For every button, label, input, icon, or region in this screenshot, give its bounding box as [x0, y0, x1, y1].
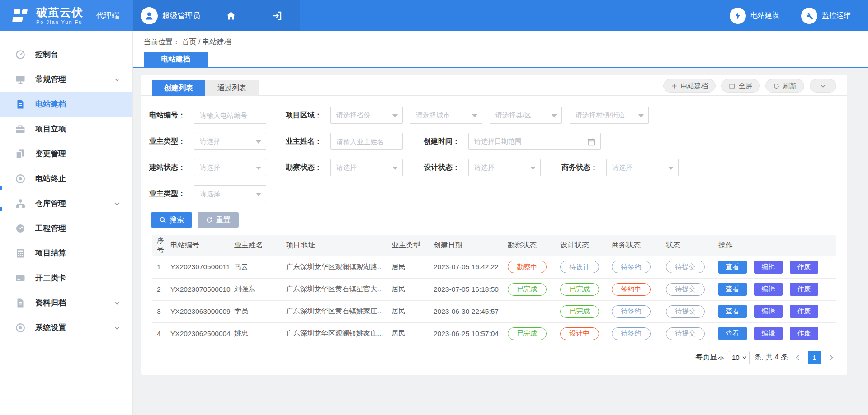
cell-created: 2023-06-30 22:45:57 — [434, 300, 508, 322]
col-header: 业主姓名 — [234, 235, 286, 256]
view-button[interactable]: 查看 — [718, 283, 747, 296]
breadcrumb: 当前位置： 首页 / 电站建档 — [144, 37, 231, 47]
per-page-value: 10 — [732, 354, 740, 361]
owner-type-select[interactable]: 请选择 — [194, 133, 266, 150]
sidebar-item-station-stop[interactable]: 电站终止 — [0, 166, 132, 191]
sidebar-item-warehouse-mgmt[interactable]: 仓库管理 — [0, 191, 132, 216]
chevron-down-icon — [113, 76, 121, 83]
province-placeholder: 请选择省份 — [336, 111, 370, 120]
breadcrumb-path: 首页 / 电站建档 — [182, 38, 231, 46]
search-button[interactable]: 搜索 — [151, 212, 192, 228]
sidebar-item-settlement[interactable]: 项目结算 — [0, 241, 132, 266]
file-icon — [15, 298, 26, 308]
home-icon — [226, 10, 236, 21]
cell-station-code: YX2023070500010 — [170, 278, 234, 300]
edit-button[interactable]: 编辑 — [754, 305, 783, 318]
cell-owner-type: 居民 — [392, 278, 434, 300]
town-select[interactable]: 请选择村镇/街道 — [570, 107, 649, 124]
brand-title: 破茧云伏 — [36, 6, 83, 19]
sidebar: 控制台常规管理电站建档项目立项变更管理电站终止仓库管理工程管理项目结算开二类卡资… — [0, 31, 133, 415]
home-button[interactable] — [208, 0, 254, 31]
tab-create-list[interactable]: 创建列表 — [152, 80, 205, 96]
view-button[interactable]: 查看 — [718, 305, 747, 318]
chevron-down-icon — [638, 114, 644, 117]
county-select[interactable]: 请选择县/区 — [490, 107, 562, 124]
per-page-label: 每页显示 — [695, 353, 724, 362]
design-status-pill: 已完成 — [560, 283, 599, 296]
sidebar-item-change-mgmt[interactable]: 变更管理 — [0, 141, 132, 166]
status-pill: 待提交 — [666, 283, 705, 296]
col-header: 设计状态 — [560, 235, 612, 256]
view-button[interactable]: 查看 — [718, 327, 747, 340]
business-status-pill: 待签约 — [612, 327, 651, 340]
nav-station-build[interactable]: 电站建设 — [730, 8, 779, 24]
edit-button[interactable]: 编辑 — [754, 261, 783, 274]
city-select[interactable]: 请选择城市 — [410, 107, 482, 124]
design-status-select[interactable]: 请选择 — [468, 159, 541, 176]
add-station-button[interactable]: 电站建档 — [663, 79, 716, 93]
row-actions: 查看编辑作废 — [718, 261, 836, 274]
brand-portal-label: 代理端 — [90, 10, 119, 22]
build-status-select[interactable]: 请选择 — [194, 159, 266, 176]
cell-owner-name: 学员 — [234, 300, 286, 322]
town-placeholder: 请选择村镇/街道 — [576, 111, 625, 120]
sidebar-item-station-file[interactable]: 电站建档 — [0, 92, 132, 117]
lightning-icon — [733, 11, 742, 20]
breadcrumb-prefix: 当前位置： — [144, 38, 180, 46]
sidebar-item-type2-card[interactable]: 开二类卡 — [0, 266, 132, 290]
card-icon — [15, 273, 26, 284]
sidebar-item-general-mgmt[interactable]: 常规管理 — [0, 67, 132, 92]
top-header: 破茧云伏 Po Jian Yun Fu 代理端 超级管理员 电站建设监控运维 — [0, 0, 868, 31]
survey-status-select[interactable]: 请选择 — [330, 159, 403, 176]
sidebar-item-engineering[interactable]: 工程管理 — [0, 216, 132, 241]
nav-station-build-label: 电站建设 — [750, 11, 779, 20]
chevron-right-icon — [827, 354, 835, 361]
prev-page-button[interactable] — [793, 351, 803, 364]
tab-passed-list[interactable]: 通过列表 — [205, 80, 259, 96]
nav-monitor-ops[interactable]: 监控运维 — [801, 8, 851, 24]
person-icon — [144, 10, 155, 21]
owner-name-label: 业主姓名： — [272, 133, 322, 150]
sidebar-item-project-init[interactable]: 项目立项 — [0, 117, 132, 141]
page-number-button[interactable]: 1 — [808, 351, 821, 364]
sidebar-item-archive[interactable]: 资料归档 — [0, 290, 132, 315]
sidebar-item-console[interactable]: 控制台 — [0, 42, 132, 67]
owner-name-input[interactable] — [330, 133, 403, 150]
void-button[interactable]: 作废 — [790, 327, 818, 340]
cell-created: 2023-07-05 16:42:22 — [434, 256, 508, 278]
page-tab-station-file[interactable]: 电站建档 — [144, 52, 208, 67]
logout-button[interactable] — [254, 0, 300, 31]
cell-owner-name: 刘强东 — [234, 278, 286, 300]
refresh-button[interactable]: 刷新 — [765, 79, 804, 93]
reset-button[interactable]: 重置 — [198, 212, 239, 228]
per-page-select[interactable]: 10 — [729, 351, 750, 364]
table-row: 3YX2023063000009学员广东深圳龙华区黄石镇姚家庄...居民2023… — [152, 300, 836, 322]
sidebar-item-label: 仓库管理 — [35, 198, 66, 209]
edit-button[interactable]: 编辑 — [754, 283, 783, 296]
next-page-button[interactable] — [826, 351, 836, 364]
sidebar-scroll-tick — [0, 186, 2, 190]
user-menu[interactable]: 超级管理员 — [133, 0, 208, 31]
business-status-select[interactable]: 请选择 — [606, 159, 679, 176]
cell-owner-type: 居民 — [392, 256, 434, 278]
wrench-icon — [805, 11, 814, 20]
business-status-placeholder: 请选择 — [612, 163, 632, 172]
cell-created: 2023-06-25 10:57:04 — [434, 322, 508, 345]
sidebar-item-label: 项目立项 — [35, 124, 66, 134]
brand: 破茧云伏 Po Jian Yun Fu 代理端 — [0, 0, 133, 31]
col-header: 业主类型 — [392, 235, 434, 256]
void-button[interactable]: 作废 — [790, 305, 818, 318]
owner-type-2-select[interactable]: 请选择 — [194, 185, 266, 202]
sidebar-item-system-settings[interactable]: 系统设置 — [0, 315, 132, 340]
void-button[interactable]: 作废 — [790, 261, 818, 274]
edit-button[interactable]: 编辑 — [754, 327, 783, 340]
collapse-button[interactable] — [810, 79, 836, 93]
void-button[interactable]: 作废 — [790, 283, 818, 296]
create-time-daterange[interactable]: 请选择日期范围 — [468, 133, 601, 150]
view-button[interactable]: 查看 — [718, 261, 747, 274]
station-no-input[interactable] — [194, 107, 266, 124]
chevron-down-icon — [113, 299, 121, 307]
province-select[interactable]: 请选择省份 — [330, 107, 403, 124]
lightning-icon-circle — [730, 8, 746, 24]
fullscreen-button[interactable]: 全屏 — [721, 79, 760, 93]
